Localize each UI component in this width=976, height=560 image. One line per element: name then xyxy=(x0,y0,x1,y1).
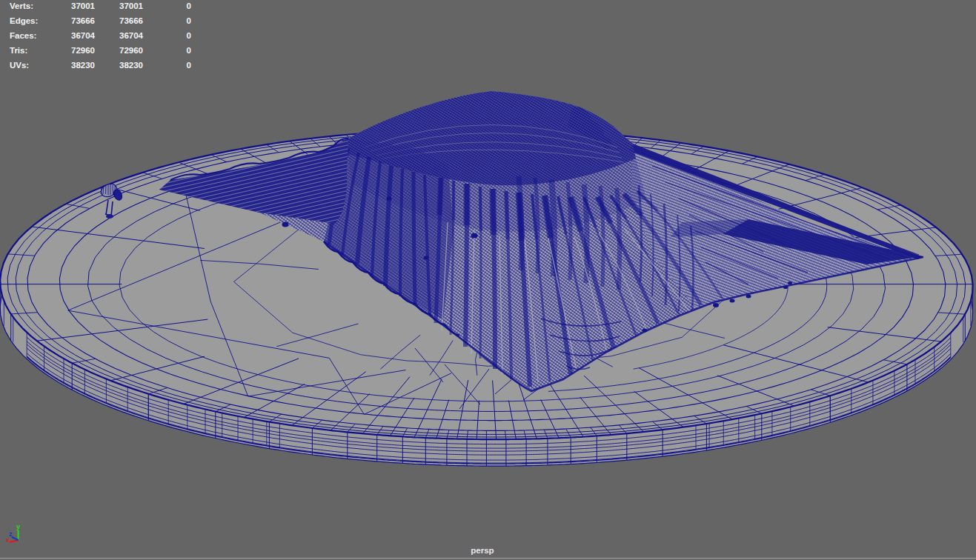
svg-text:UVs:: UVs: xyxy=(10,61,29,70)
svg-text:Edges:: Edges: xyxy=(10,16,38,25)
svg-text:0: 0 xyxy=(187,46,191,55)
svg-text:Tris:: Tris: xyxy=(10,46,27,55)
svg-text:38230: 38230 xyxy=(71,61,95,70)
svg-text:0: 0 xyxy=(187,16,191,25)
svg-text:0: 0 xyxy=(187,31,191,40)
svg-text:0: 0 xyxy=(187,61,191,70)
svg-text:73666: 73666 xyxy=(119,16,143,25)
svg-text:72960: 72960 xyxy=(71,46,95,55)
svg-text:Faces:: Faces: xyxy=(10,31,36,40)
svg-text:z: z xyxy=(9,530,13,538)
svg-text:Verts:: Verts: xyxy=(10,1,33,10)
svg-text:37001: 37001 xyxy=(71,1,96,10)
svg-text:persp: persp xyxy=(471,546,494,555)
svg-text:37001: 37001 xyxy=(119,1,144,10)
svg-text:36704: 36704 xyxy=(119,31,144,40)
svg-text:y: y xyxy=(16,523,20,530)
svg-text:0: 0 xyxy=(187,1,191,10)
svg-text:73666: 73666 xyxy=(71,16,95,25)
svg-text:38230: 38230 xyxy=(119,61,143,70)
svg-text:36704: 36704 xyxy=(71,31,96,40)
svg-text:72960: 72960 xyxy=(119,46,143,55)
